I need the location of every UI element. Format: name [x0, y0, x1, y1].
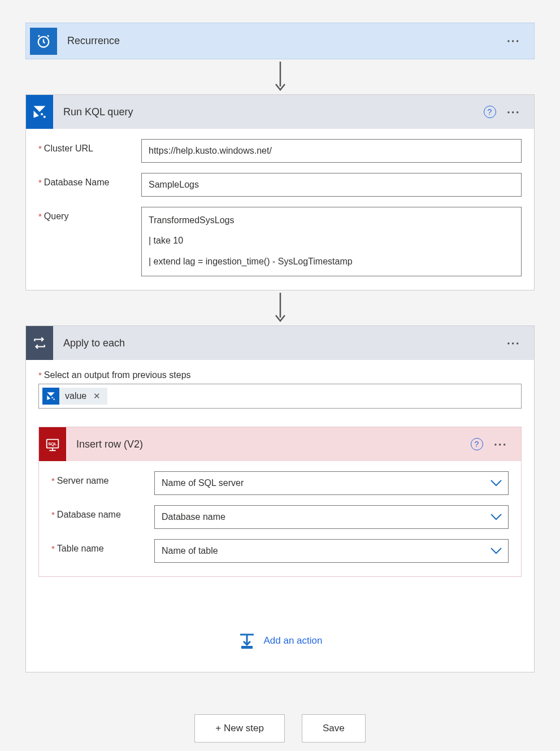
help-icon[interactable]: ? [471, 438, 483, 450]
select-output-label: *Select an output from previous steps [38, 370, 522, 380]
recurrence-header[interactable]: Recurrence ●●● [26, 23, 534, 59]
kql-title: Run KQL query [63, 106, 484, 118]
cluster-url-label: *Cluster URL [38, 139, 141, 154]
remove-token-icon[interactable]: ✕ [92, 391, 102, 401]
apply-to-each-step: Apply to each ●●● *Select an output from… [25, 325, 535, 672]
insert-more-icon[interactable]: ●●● [493, 439, 509, 450]
loop-icon [26, 326, 53, 360]
database-name-input[interactable] [141, 173, 522, 197]
kusto-icon [42, 388, 59, 405]
query-input[interactable]: TransformedSysLogs | take 10 | extend la… [141, 207, 522, 276]
cluster-url-input[interactable] [141, 139, 522, 163]
clock-icon [30, 28, 57, 55]
insert-step-icon [238, 632, 256, 649]
save-button[interactable]: Save [302, 714, 366, 743]
svg-rect-2 [41, 113, 43, 115]
apply-more-icon[interactable]: ●●● [506, 337, 522, 349]
kql-step: Run KQL query ? ●●● *Cluster URL *Databa… [25, 94, 535, 290]
insert-row-step: SQL Insert row (V2) ? ●●● *Server name N… [38, 427, 522, 577]
chevron-down-icon [490, 479, 502, 487]
help-icon[interactable]: ? [484, 106, 496, 118]
apply-title: Apply to each [63, 337, 506, 349]
svg-text:SQL: SQL [48, 441, 57, 446]
apply-header[interactable]: Apply to each ●●● [26, 326, 534, 360]
recurrence-title: Recurrence [67, 35, 506, 47]
db-name-label: *Database name [51, 505, 154, 520]
add-action-button[interactable]: Add an action [38, 632, 522, 649]
recurrence-step[interactable]: Recurrence ●●● [25, 23, 535, 59]
svg-rect-13 [241, 646, 253, 649]
sql-icon: SQL [39, 427, 66, 461]
connector-arrow [25, 59, 535, 94]
query-label: *Query [38, 207, 141, 222]
server-name-label: *Server name [51, 471, 154, 486]
server-name-select[interactable]: Name of SQL server [154, 471, 509, 495]
svg-rect-5 [52, 397, 53, 398]
svg-rect-3 [44, 116, 46, 118]
insert-row-title: Insert row (V2) [76, 439, 471, 450]
kql-header[interactable]: Run KQL query ? ●●● [26, 95, 534, 129]
svg-rect-6 [54, 399, 55, 400]
chevron-down-icon [490, 513, 502, 521]
value-token[interactable]: value ✕ [42, 388, 107, 405]
kusto-icon [26, 95, 53, 129]
database-name-label: *Database Name [38, 173, 141, 188]
table-name-select[interactable]: Name of table [154, 539, 509, 563]
insert-row-header[interactable]: SQL Insert row (V2) ? ●●● [39, 427, 521, 461]
new-step-button[interactable]: + New step [194, 714, 285, 743]
table-name-label: *Table name [51, 539, 154, 554]
chevron-down-icon [490, 547, 502, 555]
db-name-select[interactable]: Database name [154, 505, 509, 529]
recurrence-more-icon[interactable]: ●●● [506, 35, 522, 47]
kql-more-icon[interactable]: ●●● [506, 106, 522, 118]
select-output-input[interactable]: value ✕ [38, 384, 522, 409]
connector-arrow [25, 290, 535, 325]
